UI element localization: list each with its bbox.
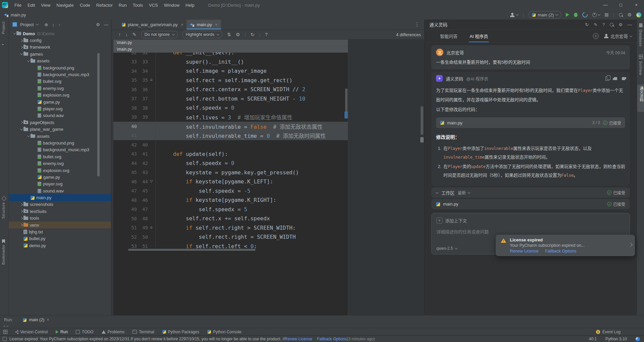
tree-item-bjhg-txt[interactable]: bjhg.txt xyxy=(9,228,111,235)
tree-item-game-py[interactable]: game.py xyxy=(9,174,111,180)
tree-item-background-png[interactable]: background.png xyxy=(9,64,111,71)
change-marker[interactable] xyxy=(344,112,348,118)
menu-view[interactable]: View xyxy=(38,0,53,10)
expand-notification-chevron[interactable] xyxy=(629,243,632,246)
tree-item-bullet-svg[interactable]: bullet.svg xyxy=(9,153,111,160)
menu-help[interactable]: Help xyxy=(182,0,198,10)
next-difference-button[interactable]: ↓ xyxy=(125,32,128,37)
tool-window-button-version-control[interactable]: Version Control xyxy=(15,330,48,334)
tree-item-explosion-svg[interactable]: explosion.svg xyxy=(9,92,111,99)
menu-run[interactable]: Run xyxy=(116,0,130,10)
tree-item-testsuits[interactable]: testSuits xyxy=(9,208,111,215)
breadcrumb[interactable]: main.py xyxy=(11,12,26,17)
edit-icon[interactable]: ✎ xyxy=(132,32,137,37)
tree-item-screenshots[interactable]: screenshots xyxy=(9,201,111,208)
chevron-down-icon[interactable] xyxy=(27,59,30,62)
run-console-chevrons[interactable]: » » xyxy=(0,324,644,328)
chevron-right-icon[interactable] xyxy=(20,46,22,49)
workspace-bar[interactable]: 工作区 最新 ✓已接受 xyxy=(431,187,630,198)
editor-tab-main-py[interactable]: main.py× xyxy=(186,20,221,30)
ai-settings-icon[interactable]: ⚙ xyxy=(619,22,623,27)
help-icon[interactable]: ? xyxy=(602,22,605,27)
tool-window-button-event-log[interactable]: 5Event Log xyxy=(596,330,621,334)
tool-button-bookmarks[interactable]: Bookmarks xyxy=(1,245,5,265)
renew-license-link[interactable]: Renew License xyxy=(510,248,538,254)
tree-item-enemy-svg[interactable]: enemy.svg xyxy=(9,160,111,167)
thumbs-up-icon[interactable] xyxy=(614,77,617,80)
tool-button-structure[interactable]: Structure xyxy=(1,202,5,219)
debug-button[interactable] xyxy=(574,13,578,17)
fold-marker-icon[interactable]: ⌂ xyxy=(148,225,155,230)
chevron-right-icon[interactable] xyxy=(20,224,22,226)
tree-scrollbar[interactable] xyxy=(97,53,100,176)
tree-item-plane-war-game[interactable]: plane_war_game xyxy=(9,126,111,132)
chevron-down-icon[interactable] xyxy=(27,134,30,137)
tool-window-button-run[interactable]: Run xyxy=(56,330,68,334)
code-editor[interactable]: 3232 def __init__(self):3333 super().__i… xyxy=(113,52,348,251)
expand-all-button[interactable]: ↕ xyxy=(52,22,54,27)
sync-scroll-button[interactable]: ↻ xyxy=(251,32,255,37)
tree-item-assets[interactable]: assets xyxy=(9,133,111,139)
tool-window-button-problems[interactable]: Problems xyxy=(102,330,125,334)
tab-smart-qa[interactable]: 智能问答 xyxy=(440,30,458,42)
tool-button-sciview[interactable]: SciView xyxy=(639,61,643,75)
menu-vcs[interactable]: VCS xyxy=(146,0,161,10)
workspace-version-dropdown[interactable]: 最新 xyxy=(458,190,470,195)
highlight-policy-dropdown[interactable]: Highlight words xyxy=(182,31,222,38)
tree-item-games[interactable]: games xyxy=(9,51,111,57)
python-interpreter[interactable]: Python 3.10 xyxy=(605,337,627,341)
settings-button[interactable]: ⚙ xyxy=(627,12,632,17)
tool-windows-icon[interactable] xyxy=(3,330,7,334)
maximize-button[interactable]: □ xyxy=(613,0,629,10)
fallback-options-link[interactable]: Fallback Options xyxy=(545,248,576,254)
close-button[interactable]: × xyxy=(629,0,644,10)
search-icon[interactable] xyxy=(610,23,613,26)
chevron-right-icon[interactable] xyxy=(20,203,22,206)
tree-item-player-svg[interactable]: player.svg xyxy=(9,105,111,112)
close-icon[interactable]: × xyxy=(181,22,183,27)
tree-item-bullet-py[interactable]: bullet.py xyxy=(9,235,111,242)
tool-window-button-python-console[interactable]: Python Console xyxy=(207,330,241,334)
run-tab[interactable]: main (2) × xyxy=(23,318,49,322)
new-session-icon[interactable]: + xyxy=(593,33,599,39)
tree-item-bullet-svg[interactable]: bullet.svg xyxy=(9,78,111,85)
tree-item-demo[interactable]: DemoD:\Demo xyxy=(9,30,111,37)
chevron-right-icon[interactable] xyxy=(20,217,22,219)
ui-lock-icon[interactable] xyxy=(3,337,7,341)
tree-item-main-py[interactable]: main.py xyxy=(9,194,111,201)
tree-item-game-py[interactable]: game.py xyxy=(9,99,111,105)
chevron-right-icon[interactable] xyxy=(20,210,22,213)
hide-ai-panel-icon[interactable]: — xyxy=(628,22,632,27)
chevron-down-icon[interactable] xyxy=(13,32,15,35)
user-role-button[interactable] xyxy=(510,13,518,17)
tree-item-enemy-svg[interactable]: enemy.svg xyxy=(9,85,111,92)
previous-difference-button[interactable]: ↑ xyxy=(118,32,121,37)
stop-button[interactable] xyxy=(605,13,608,17)
close-icon[interactable]: × xyxy=(47,318,49,322)
close-icon[interactable]: × xyxy=(215,22,218,27)
search-everywhere-button[interactable] xyxy=(619,13,623,17)
vertical-scrollbar[interactable] xyxy=(421,106,423,135)
tree-item-sound-wav[interactable]: sound.wav xyxy=(9,187,111,194)
tree-item-sound-wav[interactable]: sound.wav xyxy=(9,112,111,119)
tree-item-player-svg[interactable]: player.svg xyxy=(9,181,111,187)
menu-window[interactable]: Window xyxy=(161,0,182,10)
tree-item-venv[interactable]: venv xyxy=(9,222,111,228)
menu-code[interactable]: Code xyxy=(77,0,93,10)
modified-file-card[interactable]: main.py 3 / 3 ✓已接受 xyxy=(436,117,625,128)
chevron-right-icon[interactable] xyxy=(20,39,22,42)
model-selector[interactable]: qwen-2.5 xyxy=(436,246,457,251)
horizontal-scrollbar[interactable] xyxy=(128,249,256,251)
tree-item-background-png[interactable]: background.png xyxy=(9,139,111,146)
menu-file[interactable]: File xyxy=(11,0,24,10)
fold-marker-icon[interactable]: ⌂ xyxy=(148,77,155,83)
tree-item-tools[interactable]: tools xyxy=(9,215,111,222)
scrollbar-marker[interactable] xyxy=(420,137,424,142)
caret-position[interactable]: 40:1 xyxy=(589,337,597,341)
tree-item-framework[interactable]: framework xyxy=(9,44,111,51)
add-context-button[interactable]: + 添加上下文 xyxy=(436,217,625,224)
ignore-policy-dropdown[interactable]: Do not ignore xyxy=(141,31,178,38)
tool-window-button-terminal[interactable]: Terminal xyxy=(132,330,154,334)
new-chat-icon[interactable]: ✎ xyxy=(594,22,597,27)
fallback-options-link[interactable]: Fallback Options xyxy=(317,337,347,341)
